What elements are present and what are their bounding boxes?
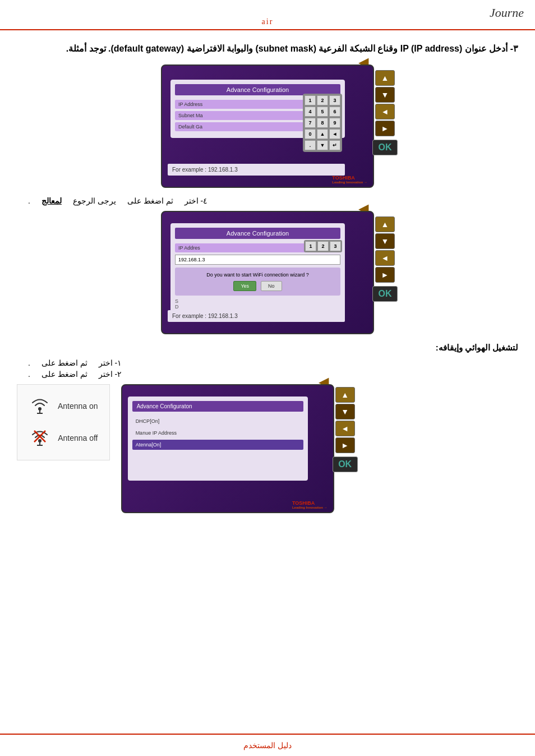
step4-dot: . — [28, 196, 30, 205]
wireless-step1-dot: . — [28, 358, 30, 367]
logo-sub: air — [11, 17, 524, 26]
example-text-1: For example : 192.168.1.3 — [168, 164, 345, 176]
toshiba-logo-3: TOSHIBA Leading Innovation → — [292, 500, 328, 509]
config-panel-2: Advance Configuration IP Addres 192.168.… — [170, 223, 345, 316]
key-4[interactable]: 4 — [305, 107, 316, 117]
step4-then: ثم اضغط على — [127, 196, 173, 205]
key-0[interactable]: 0 — [305, 129, 316, 139]
ok-button-1[interactable]: OK — [372, 140, 398, 155]
adv-panel: Advance Configuraton DHCP[On] Manue IP A… — [128, 397, 308, 481]
remote3-up[interactable]: ▲ — [335, 387, 355, 403]
footer-text: دليل المستخدم — [243, 741, 292, 750]
wireless-step2-dot: . — [28, 370, 30, 379]
step4-bold: لمعالج — [41, 196, 62, 205]
no-button[interactable]: No — [261, 281, 282, 291]
step4-num: ٤- اختر — [185, 196, 208, 205]
adv-antenna[interactable]: Atenna[On] — [132, 440, 303, 450]
key-dot[interactable]: . — [305, 140, 316, 150]
page-footer: دليل المستخدم — [0, 734, 535, 756]
wifi-dialog: Do you want to start WiFi connection wiz… — [175, 268, 340, 296]
remote-arrows-3: ▲ ▼ ◄ ► OK — [333, 387, 358, 472]
page-header: Journeair — [0, 0, 535, 30]
key-1[interactable]: 1 — [305, 95, 316, 105]
key-6[interactable]: 6 — [329, 107, 340, 117]
remote2-down[interactable]: ▼ — [375, 233, 395, 249]
wireless-title: لتشغيل الهوائي وإيقافه: — [17, 343, 518, 353]
remote3-right[interactable]: ► — [335, 437, 355, 453]
wireless-step2: ٢- اختر ثم اضغط على . — [17, 370, 518, 379]
tv-screen-2-container: ◀ Advance Configuration IP Addres 192.16… — [150, 211, 385, 334]
remote-left-btn[interactable]: ◄ — [375, 104, 395, 119]
tv-bg: Advance Configuration IP Address Subnet … — [162, 66, 373, 187]
wireless-step2-action: ثم اضغط على — [41, 370, 87, 379]
key-5[interactable]: 5 — [317, 107, 328, 117]
key-enter[interactable]: ↵ — [329, 140, 340, 150]
key-8[interactable]: 8 — [317, 118, 328, 128]
tv-screen-1: Advance Configuration IP Address Subnet … — [161, 64, 374, 188]
antenna-on-item: Antenna on — [29, 393, 98, 420]
remote-down-btn[interactable]: ▼ — [375, 87, 395, 103]
tv-screen-2: Advance Configuration IP Addres 192.168.… — [161, 211, 374, 334]
key-9[interactable]: 9 — [329, 118, 340, 128]
logo: Journeair — [11, 6, 524, 26]
wireless-step1-num: ١- اختر — [99, 358, 122, 367]
tv-screen-3-container: ◀ Advance Configuraton DHCP[On] Manue IP… — [121, 384, 334, 513]
key-7[interactable]: 7 — [305, 118, 316, 128]
tv-bg-3: Advance Configuraton DHCP[On] Manue IP A… — [122, 385, 333, 512]
antenna-off-item: Antenna off — [29, 425, 98, 451]
antenna-on-label: Antenna on — [58, 402, 98, 411]
key-up[interactable]: ▲ — [317, 129, 328, 139]
ip-value: 192.168.1.3 — [175, 255, 340, 265]
example-text-2: For example : 192.168.1.3 — [168, 310, 345, 322]
adv-manual-ip: Manue IP Address — [132, 428, 303, 438]
key2-3[interactable]: 3 — [330, 241, 341, 251]
remote-right-btn[interactable]: ► — [375, 121, 395, 136]
config-header-2: Advance Configuration — [175, 228, 340, 239]
remote2-up[interactable]: ▲ — [375, 216, 395, 232]
adv-panel-header: Advance Configuraton — [132, 401, 303, 412]
wireless-step1-action: ثم اضغط على — [41, 358, 87, 367]
remote-arrows-2: ▲ ▼ ◄ ► OK — [372, 216, 398, 302]
key2-1[interactable]: 1 — [305, 241, 316, 251]
label-s: S — [175, 298, 340, 304]
key2-2[interactable]: 2 — [317, 241, 329, 251]
remote2-right[interactable]: ► — [375, 267, 395, 283]
section3-title: ٣- أدخل عنوان IP (IP address) وقناع الشب… — [17, 42, 518, 56]
tv-bg-2: Advance Configuration IP Addres 192.168.… — [162, 212, 373, 333]
remote-up-btn[interactable]: ▲ — [375, 70, 395, 86]
antenna-on-icon — [29, 393, 51, 420]
wireless-step2-num: ٢- اختر — [99, 370, 122, 379]
tv-screen-1-container: ◀ Advance Configuration IP Address Subne… — [150, 64, 385, 188]
adv-dhcp: DHCP[On] — [132, 416, 303, 426]
tv-screen-3: Advance Configuraton DHCP[On] Manue IP A… — [121, 384, 334, 513]
key-back[interactable]: ◄ — [329, 129, 340, 139]
main-content: ٣- أدخل عنوان IP (IP address) وقناع الشب… — [0, 30, 535, 524]
label-d: D — [175, 304, 340, 310]
key-down[interactable]: ▼ — [317, 140, 328, 150]
antenna-icons-box: Antenna on Antenna off — [17, 384, 110, 460]
dialog-text: Do you want to start WiFi connection wiz… — [179, 272, 336, 278]
key-2[interactable]: 2 — [317, 95, 328, 105]
toshiba-logo-1: TOSHIBA Leading Innovation → — [332, 175, 367, 184]
step4-instruction: ٤- اختر ثم اضغط على يرجى الرجوع لمعالج . — [17, 196, 518, 205]
remote3-down[interactable]: ▼ — [335, 404, 355, 420]
antenna-off-icon — [29, 425, 51, 451]
antenna-off-label: Antenna off — [58, 434, 98, 442]
wireless-step1: ١- اختر ثم اضغط على . — [17, 358, 518, 367]
numpad-2: 1 2 3 — [304, 240, 342, 252]
numpad-1: 1 2 3 4 5 6 7 8 9 0 ▲ ◄ . ▼ ↵ — [303, 94, 342, 152]
ok-button-3[interactable]: OK — [333, 457, 358, 472]
yes-button[interactable]: Yes — [233, 281, 256, 291]
remote2-left[interactable]: ◄ — [375, 250, 395, 266]
remote-arrows-1: ▲ ▼ ◄ ► OK — [372, 70, 398, 155]
ok-button-2[interactable]: OK — [372, 286, 398, 302]
remote3-left[interactable]: ◄ — [335, 421, 355, 436]
step4-return: يرجى الرجوع — [73, 196, 116, 205]
key-3[interactable]: 3 — [329, 95, 340, 105]
